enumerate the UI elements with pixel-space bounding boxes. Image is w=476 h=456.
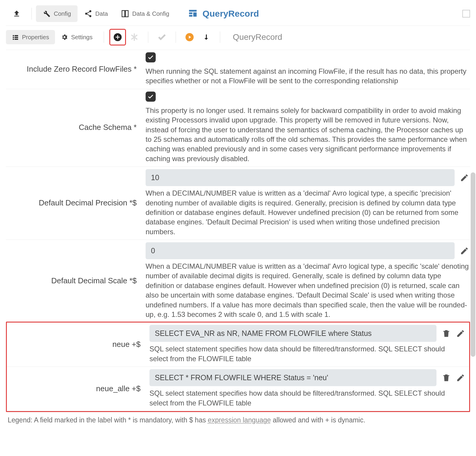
subtab-properties[interactable]: Properties xyxy=(6,30,55,44)
app-title-text: QueryRecord xyxy=(203,9,259,19)
property-description: SQL select statement specifies how data … xyxy=(149,344,465,364)
tab-data-config-label: Data & Config xyxy=(132,10,169,17)
property-description: When running the SQL statement against a… xyxy=(146,67,469,86)
property-description: When a DECIMAL/NUMBER value is written a… xyxy=(146,188,469,237)
property-description: This property is no longer used. It rema… xyxy=(146,106,469,163)
check-icon[interactable] xyxy=(146,52,156,62)
property-row-dec_precision: Default Decimal Precision *$10When a DEC… xyxy=(6,167,470,240)
legend: Legend: A field marked in the label with… xyxy=(6,412,470,424)
edit-icon[interactable] xyxy=(456,373,465,382)
upload-button[interactable] xyxy=(6,5,27,22)
tab-config[interactable]: Config xyxy=(36,5,78,22)
property-description: When a DECIMAL/NUMBER value is written a… xyxy=(146,262,469,319)
legend-link: expression language xyxy=(208,416,271,424)
property-value[interactable]: SELECT EVA_NR as NR, NAME FROM FLOWFILE … xyxy=(149,325,436,342)
legend-post: allowed and with + is dynamic. xyxy=(271,416,365,424)
property-row-dec_scale: Default Decimal Scale *$0When a DECIMAL/… xyxy=(6,240,470,323)
delete-icon[interactable] xyxy=(442,373,451,382)
edit-icon[interactable] xyxy=(456,329,465,338)
snowflake-icon[interactable] xyxy=(126,29,143,45)
property-label: Include Zero Record FlowFiles * xyxy=(6,52,146,86)
dynamic-properties-group: neue +$SELECT EVA_NR as NR, NAME FROM FL… xyxy=(6,322,470,412)
maximize-icon[interactable] xyxy=(462,10,470,18)
tab-data[interactable]: Data xyxy=(78,5,114,22)
edit-icon[interactable] xyxy=(460,246,469,255)
property-value[interactable]: 10 xyxy=(146,169,455,186)
legend-pre: Legend: A field marked in the label with… xyxy=(8,416,208,424)
check-icon[interactable] xyxy=(146,92,156,102)
subtab-settings[interactable]: Settings xyxy=(55,30,98,44)
property-label: neue_alle +$ xyxy=(10,369,149,408)
property-label: Default Decimal Scale *$ xyxy=(6,242,146,319)
subtab-properties-label: Properties xyxy=(22,34,49,41)
add-property-button[interactable] xyxy=(109,29,126,45)
delete-icon[interactable] xyxy=(442,329,451,338)
step-icon[interactable] xyxy=(198,29,215,45)
property-label: Cache Schema * xyxy=(6,92,146,163)
property-value[interactable]: 0 xyxy=(146,242,455,259)
header-row-2: Properties Settings QueryRecord xyxy=(6,26,470,50)
property-row-neue: neue +$SELECT EVA_NR as NR, NAME FROM FL… xyxy=(7,323,469,367)
property-row-cache_schema: Cache Schema *This property is no longer… xyxy=(6,89,470,167)
property-label: neue +$ xyxy=(10,325,149,364)
property-row-include_zero: Include Zero Record FlowFiles *When runn… xyxy=(6,50,470,89)
app-title: QueryRecord xyxy=(188,9,259,19)
scrollbar[interactable] xyxy=(471,172,475,357)
tab-config-label: Config xyxy=(54,10,71,17)
validate-icon[interactable] xyxy=(154,29,170,45)
property-description: SQL select statement specifies how data … xyxy=(149,389,465,408)
breadcrumb: QueryRecord xyxy=(233,32,282,42)
property-row-neue_alle: neue_alle +$SELECT * FROM FLOWFILE WHERE… xyxy=(7,367,469,411)
header-row-1: Config Data Data & Config QueryRecord xyxy=(6,3,470,26)
subtab-settings-label: Settings xyxy=(71,34,92,41)
run-icon[interactable] xyxy=(181,29,198,45)
property-value[interactable]: SELECT * FROM FLOWFILE WHERE Status = 'n… xyxy=(149,369,436,386)
property-label: Default Decimal Precision *$ xyxy=(6,169,146,237)
tab-data-config[interactable]: Data & Config xyxy=(114,5,176,22)
edit-icon[interactable] xyxy=(460,173,469,182)
tab-data-label: Data xyxy=(95,10,108,17)
